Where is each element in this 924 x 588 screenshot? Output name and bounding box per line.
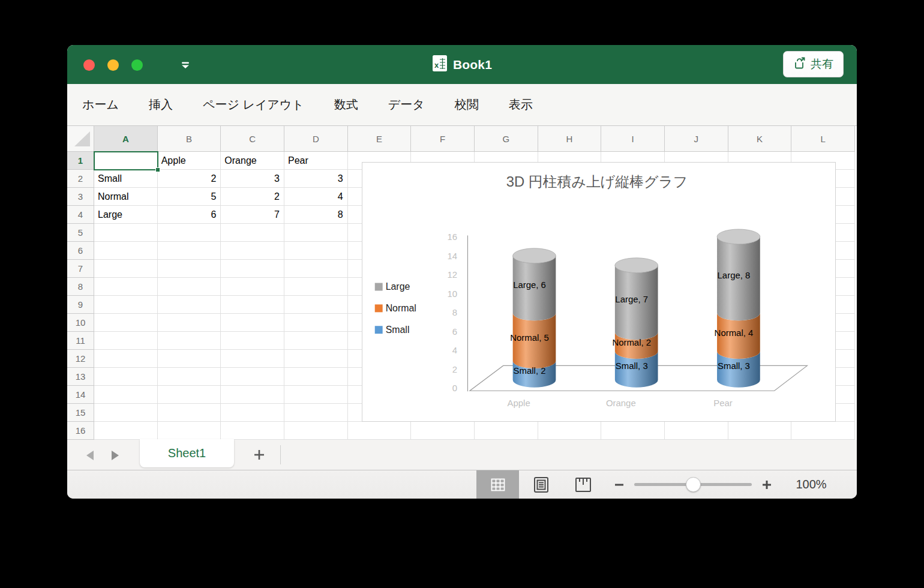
- cell-A12[interactable]: [94, 350, 158, 368]
- cell-C10[interactable]: [221, 314, 284, 332]
- cell-A10[interactable]: [94, 314, 158, 332]
- row-header-1[interactable]: 1: [67, 152, 94, 170]
- zoom-in-button[interactable]: [760, 478, 774, 492]
- cell-B11[interactable]: [158, 332, 221, 350]
- cell-C9[interactable]: [221, 296, 284, 314]
- cell-A8[interactable]: [94, 278, 158, 296]
- next-sheet-icon[interactable]: [112, 451, 119, 460]
- row-header-14[interactable]: 14: [67, 386, 94, 404]
- chart-area[interactable]: 3D 円柱積み上げ縦棒グラフ0246810121416LargeNormalSm…: [362, 162, 836, 422]
- menu-tab-0[interactable]: ホーム: [82, 97, 119, 113]
- cell-A13[interactable]: [94, 368, 158, 386]
- column-header-K[interactable]: K: [728, 126, 792, 152]
- page-break-view-button[interactable]: [570, 470, 596, 499]
- column-header-D[interactable]: D: [284, 126, 348, 152]
- cell-B8[interactable]: [158, 278, 221, 296]
- cell-B15[interactable]: [158, 404, 221, 422]
- cell-B13[interactable]: [158, 368, 221, 386]
- row-header-10[interactable]: 10: [67, 314, 94, 332]
- zoom-slider[interactable]: [634, 483, 752, 486]
- cell-K16[interactable]: [728, 422, 792, 440]
- cell-A9[interactable]: [94, 296, 158, 314]
- cell-C2[interactable]: 3: [221, 170, 284, 188]
- cell-A5[interactable]: [94, 224, 158, 242]
- cell-F16[interactable]: [411, 422, 475, 440]
- column-header-F[interactable]: F: [411, 126, 475, 152]
- cell-B6[interactable]: [158, 242, 221, 260]
- cell-C8[interactable]: [221, 278, 284, 296]
- row-header-11[interactable]: 11: [67, 332, 94, 350]
- cell-G16[interactable]: [475, 422, 538, 440]
- cell-D7[interactable]: [284, 260, 348, 278]
- cell-A2[interactable]: Small: [94, 170, 158, 188]
- cell-C13[interactable]: [221, 368, 284, 386]
- menu-tab-6[interactable]: 表示: [509, 97, 533, 113]
- cell-E16[interactable]: [348, 422, 412, 440]
- row-header-9[interactable]: 9: [67, 296, 94, 314]
- cell-B3[interactable]: 5: [158, 188, 221, 206]
- menu-tab-2[interactable]: ページ レイアウト: [203, 97, 304, 113]
- column-header-E[interactable]: E: [348, 126, 412, 152]
- zoom-out-button[interactable]: [612, 478, 626, 492]
- row-header-3[interactable]: 3: [67, 188, 94, 206]
- cell-C14[interactable]: [221, 386, 284, 404]
- column-header-G[interactable]: G: [475, 126, 538, 152]
- cell-D16[interactable]: [284, 422, 348, 440]
- cell-B1[interactable]: Apple: [158, 152, 221, 170]
- row-header-4[interactable]: 4: [67, 206, 94, 224]
- sheet-tab-active[interactable]: Sheet1: [140, 439, 234, 467]
- cell-D5[interactable]: [284, 224, 348, 242]
- cell-D9[interactable]: [284, 296, 348, 314]
- menu-tab-5[interactable]: 校閲: [455, 97, 479, 113]
- zoom-slider-thumb[interactable]: [686, 477, 701, 492]
- column-header-H[interactable]: H: [538, 126, 602, 152]
- cell-D4[interactable]: 8: [284, 206, 348, 224]
- row-header-5[interactable]: 5: [67, 224, 94, 242]
- menu-tab-4[interactable]: データ: [388, 97, 425, 113]
- menu-tab-1[interactable]: 挿入: [149, 97, 173, 113]
- cell-A3[interactable]: Normal: [94, 188, 158, 206]
- cell-C16[interactable]: [221, 422, 284, 440]
- cell-C6[interactable]: [221, 242, 284, 260]
- cell-C12[interactable]: [221, 350, 284, 368]
- cell-C11[interactable]: [221, 332, 284, 350]
- row-header-2[interactable]: 2: [67, 170, 94, 188]
- cell-B5[interactable]: [158, 224, 221, 242]
- cell-A7[interactable]: [94, 260, 158, 278]
- page-layout-view-button[interactable]: [528, 470, 554, 499]
- cell-A16[interactable]: [94, 422, 158, 440]
- cell-A4[interactable]: Large: [94, 206, 158, 224]
- cell-A1[interactable]: [94, 152, 158, 170]
- cell-L16[interactable]: [791, 422, 855, 440]
- cell-B12[interactable]: [158, 350, 221, 368]
- row-header-8[interactable]: 8: [67, 278, 94, 296]
- row-header-12[interactable]: 12: [67, 350, 94, 368]
- column-header-C[interactable]: C: [221, 126, 284, 152]
- cell-D2[interactable]: 3: [284, 170, 348, 188]
- add-sheet-button[interactable]: [247, 443, 271, 466]
- row-header-6[interactable]: 6: [67, 242, 94, 260]
- cell-A6[interactable]: [94, 242, 158, 260]
- prev-sheet-icon[interactable]: [86, 451, 94, 460]
- cell-D12[interactable]: [284, 350, 348, 368]
- cell-C1[interactable]: Orange: [221, 152, 284, 170]
- menu-tab-3[interactable]: 数式: [334, 97, 358, 113]
- cell-A14[interactable]: [94, 386, 158, 404]
- select-all-corner[interactable]: [67, 126, 94, 152]
- cell-B4[interactable]: 6: [158, 206, 221, 224]
- cell-B9[interactable]: [158, 296, 221, 314]
- column-header-B[interactable]: B: [158, 126, 221, 152]
- cell-D11[interactable]: [284, 332, 348, 350]
- column-header-J[interactable]: J: [665, 126, 728, 152]
- cell-B14[interactable]: [158, 386, 221, 404]
- row-header-15[interactable]: 15: [67, 404, 94, 422]
- cell-B16[interactable]: [158, 422, 221, 440]
- cell-D1[interactable]: Pear: [284, 152, 348, 170]
- row-header-7[interactable]: 7: [67, 260, 94, 278]
- column-header-A[interactable]: A: [94, 126, 158, 152]
- cell-C4[interactable]: 7: [221, 206, 284, 224]
- cell-D15[interactable]: [284, 404, 348, 422]
- cell-B7[interactable]: [158, 260, 221, 278]
- cell-C15[interactable]: [221, 404, 284, 422]
- cell-B2[interactable]: 2: [158, 170, 221, 188]
